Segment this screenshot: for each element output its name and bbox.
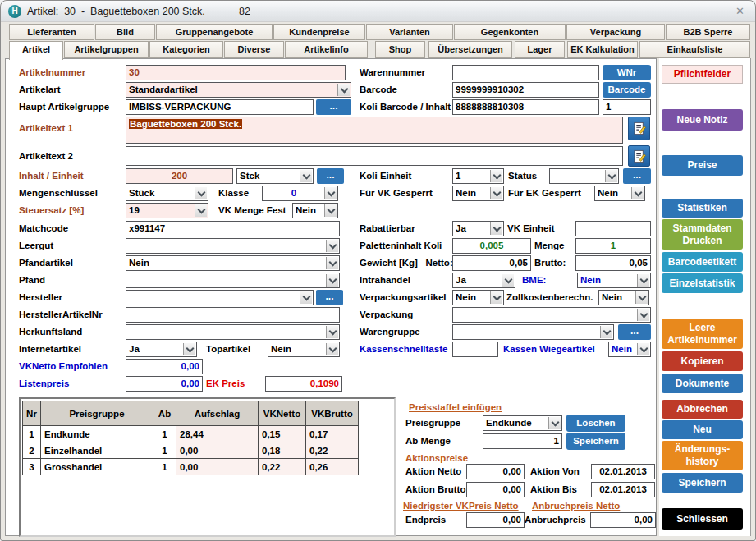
table-header-cell[interactable]: Preisgruppe <box>41 401 153 426</box>
table-cell[interactable]: 0,22 <box>306 442 359 459</box>
leere-artikelnummer-button[interactable]: Leere Artikelnummer <box>662 319 743 349</box>
table-cell[interactable]: 0,22 <box>259 459 306 475</box>
fuer-vk-gesperrt-select[interactable]: Nein <box>452 186 504 201</box>
koli-barcode-input[interactable]: 8888888810308 <box>452 99 599 115</box>
internetartikel-select[interactable]: Ja <box>126 342 197 357</box>
stammdaten-drucken-button[interactable]: Stammdaten Drucken <box>662 219 743 250</box>
tab-bild[interactable]: Bild <box>95 24 155 40</box>
table-cell[interactable]: 1 <box>153 426 176 442</box>
table-cell[interactable]: 1 <box>153 459 176 475</box>
verpackung-select[interactable] <box>452 307 651 323</box>
preise-button[interactable]: Preise <box>662 155 743 176</box>
table-cell[interactable]: 0,17 <box>306 426 359 442</box>
koli-einheit-select[interactable]: 1 <box>452 168 504 184</box>
statistiken-button[interactable]: Statistiken <box>662 199 743 218</box>
aktion-von-input[interactable]: 02.01.2013 <box>591 464 655 479</box>
barcode-input[interactable]: 9999999910302 <box>452 82 599 98</box>
tab-b2b-sperre[interactable]: B2B Sperre <box>666 24 750 40</box>
steuersatz-select[interactable]: 19 <box>126 203 208 218</box>
table-cell[interactable]: 3 <box>23 459 41 475</box>
artikeltext2-input[interactable] <box>126 146 623 166</box>
tab-einkaufsliste[interactable]: Einkaufsliste <box>639 41 750 58</box>
artikelart-select[interactable]: Standardartikel <box>126 82 351 98</box>
haupt-artikelgruppe-input[interactable]: IMBISS-VERPACKUNG <box>126 99 314 115</box>
fuer-ek-gesperrt-select[interactable]: Nein <box>594 186 645 201</box>
artikeltext1-input[interactable]: Baguetteboxen 200 Stck. <box>126 117 623 144</box>
table-cell[interactable]: Einzelhandel <box>41 442 153 459</box>
ab-menge-input[interactable]: 1 <box>483 433 562 449</box>
table-cell[interactable]: 28,44 <box>176 426 259 442</box>
leergut-select[interactable] <box>126 238 340 254</box>
loeschen-button[interactable]: Löschen <box>566 415 625 432</box>
tab-kategorien[interactable]: Kategorien <box>149 41 223 58</box>
table-cell[interactable]: 0,18 <box>259 442 306 459</box>
neue-notiz-button[interactable]: Neue Notiz <box>662 109 743 131</box>
tab-shop[interactable]: Shop <box>375 41 425 58</box>
matchcode-input[interactable]: x991147 <box>126 221 340 236</box>
hersteller-select[interactable] <box>126 290 314 305</box>
hersteller-artikelnr-input[interactable] <box>126 307 340 323</box>
tab-verpackung[interactable]: Verpackung <box>566 24 665 40</box>
endpreis-input[interactable]: 0,00 <box>466 512 525 528</box>
speichern-button[interactable]: Speichern <box>662 473 743 493</box>
table-cell[interactable]: Endkunde <box>41 426 153 442</box>
warennummer-input[interactable] <box>452 65 599 80</box>
close-icon[interactable]: ✕ <box>735 5 745 17</box>
tab-kundenpreise[interactable]: Kundenpreise <box>273 24 365 40</box>
status-browse-button[interactable]: ... <box>623 168 651 184</box>
artikeltext2-edit-button[interactable] <box>628 145 650 167</box>
table-cell[interactable]: 0,00 <box>176 442 259 459</box>
warengruppe-select[interactable] <box>452 324 614 340</box>
rabattierbar-select[interactable]: Ja <box>452 221 504 236</box>
pfandartikel-select[interactable]: Nein <box>126 255 340 271</box>
table-cell[interactable]: 0,26 <box>306 459 359 475</box>
table-header-cell[interactable]: Aufschlag <box>176 401 259 426</box>
tab-diverse[interactable]: Diverse <box>224 41 284 58</box>
warengruppe-browse-button[interactable]: ... <box>618 324 651 340</box>
gewicht-brutto-input[interactable]: 0,05 <box>575 255 651 271</box>
hersteller-browse-button[interactable]: ... <box>316 290 343 305</box>
intrahandel-select[interactable]: Ja <box>452 273 515 288</box>
table-header-cell[interactable]: Ab <box>153 401 176 426</box>
artikeltext1-edit-button[interactable] <box>628 117 650 140</box>
tab-varianten[interactable]: Varianten <box>366 24 453 40</box>
kopieren-button[interactable]: Kopieren <box>662 351 743 371</box>
wnr-button[interactable]: WNr <box>603 65 651 80</box>
koli-inhalt-input[interactable]: 1 <box>603 99 651 115</box>
anbruchpreis-input[interactable]: 0,00 <box>590 512 656 528</box>
preisgruppe-select[interactable]: Endkunde <box>483 415 562 431</box>
neu-button[interactable]: Neu <box>662 420 743 439</box>
paletteninhalt-input[interactable]: 0,005 <box>452 238 531 254</box>
table-cell[interactable]: Grosshandel <box>41 459 153 475</box>
abbrechen-button[interactable]: Abbrechen <box>662 400 743 419</box>
mengenschluessel-select[interactable]: Stück <box>126 186 208 201</box>
herkunftsland-select[interactable] <box>126 324 340 340</box>
tab-ek-kalkulation[interactable]: EK Kalkulation <box>567 41 638 58</box>
topartikel-select[interactable]: Nein <box>268 342 340 357</box>
aktion-bis-input[interactable]: 02.01.2013 <box>591 482 655 497</box>
table-cell[interactable]: 2 <box>23 442 41 459</box>
haupt-artikelgruppe-browse-button[interactable]: ... <box>316 99 351 115</box>
pfand-select[interactable] <box>126 273 340 288</box>
status-select[interactable] <box>549 168 619 184</box>
klasse-select[interactable]: 0 <box>262 186 338 201</box>
vk-menge-fest-select[interactable]: Nein <box>292 203 338 218</box>
vk-einheit-input[interactable] <box>575 221 651 236</box>
bme-select[interactable]: Nein <box>577 273 651 288</box>
tab-artikelgruppen[interactable]: Artikelgruppen <box>64 41 149 58</box>
artikelnummer-input[interactable]: 30 <box>126 65 346 80</box>
table-row[interactable]: 1 Endkunde 1 28,44 0,15 0,17 <box>23 426 359 442</box>
zollkosten-select[interactable]: Nein <box>598 290 649 305</box>
dokumente-button[interactable]: Dokumente <box>662 374 743 393</box>
listenpreis-input[interactable]: 0,00 <box>126 376 203 392</box>
table-header-cell[interactable]: Nr <box>23 401 41 426</box>
kassen-wiegeartikel-select[interactable]: Nein <box>608 342 651 357</box>
kassenschnelltaste-input[interactable] <box>452 342 498 357</box>
aktion-brutto-input[interactable]: 0,00 <box>466 482 525 497</box>
table-row[interactable]: 3 Grosshandel 1 0,00 0,22 0,26 <box>23 459 359 475</box>
inhalt-input[interactable]: 200 <box>126 168 233 184</box>
schliessen-button[interactable]: Schliessen <box>662 508 743 530</box>
barcode-button[interactable]: Barcode <box>603 82 651 98</box>
tab-lieferanten[interactable]: Lieferanten <box>9 24 94 40</box>
tab-gruppenangebote[interactable]: Gruppenangebote <box>156 24 273 40</box>
